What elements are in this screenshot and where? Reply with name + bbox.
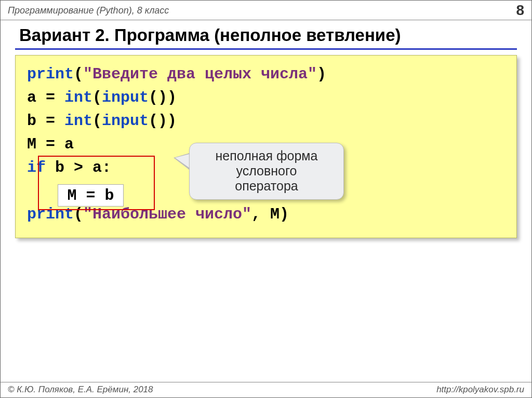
paren: ) [317, 65, 326, 83]
string-literal: "Введите два целых числа" [83, 65, 317, 83]
code-line-6-text: M = b [67, 187, 114, 204]
header-subject: Программирование (Python), 8 класс [8, 5, 169, 16]
code-line-1: print("Введите два целых числа") [27, 63, 507, 86]
code-text: , M) [251, 205, 289, 223]
code-text: a = [27, 89, 64, 106]
footer-url: http://kpolyakov.spb.ru [436, 385, 524, 395]
paren: ( [92, 112, 102, 130]
callout-line-2: условного [196, 163, 337, 179]
int-fn: int [64, 112, 92, 130]
int-fn: int [64, 89, 92, 106]
callout-line-1: неполная форма [196, 148, 337, 163]
page-number: 8 [516, 2, 524, 19]
paren: ( [92, 89, 102, 106]
input-fn: input [102, 89, 149, 106]
paren: ( [74, 65, 83, 83]
slide: Программирование (Python), 8 класс 8 Вар… [0, 0, 532, 398]
slide-title: Вариант 2. Программа (неполное ветвление… [1, 20, 531, 48]
input-fn: input [102, 112, 149, 130]
callout: неполная форма условного оператора [189, 143, 344, 200]
callout-line-3: оператора [196, 179, 337, 194]
paren: ()) [149, 112, 177, 130]
print-fn: print [27, 65, 74, 83]
title-rule [15, 48, 517, 50]
inner-code-box: M = b [58, 184, 124, 207]
code-box: print("Введите два целых числа") a = int… [15, 55, 517, 238]
code-text: b = [27, 112, 64, 130]
copyright: © К.Ю. Поляков, Е.А. Ерёмин, 2018 [8, 385, 153, 395]
footer: © К.Ю. Поляков, Е.А. Ерёмин, 2018 http:/… [1, 382, 531, 397]
code-line-2: a = int(input()) [27, 86, 507, 109]
paren: ()) [149, 89, 177, 106]
code-line-3: b = int(input()) [27, 109, 507, 133]
header: Программирование (Python), 8 класс 8 [1, 1, 531, 20]
